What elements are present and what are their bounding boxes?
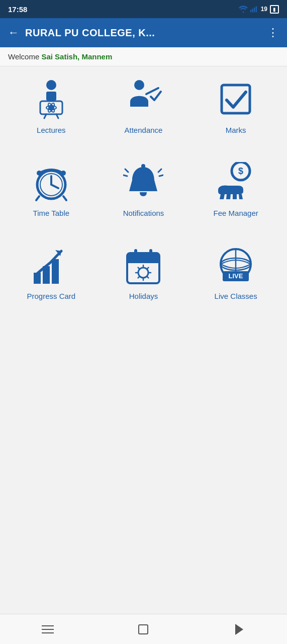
svg-text:$: $ [238, 166, 243, 176]
svg-point-0 [242, 12, 244, 13]
svg-point-14 [134, 80, 144, 90]
liveclasses-svg: LIVE [216, 245, 256, 285]
liveclasses-item[interactable]: LIVE Live Classes [196, 243, 276, 300]
attendance-icon [121, 76, 166, 122]
notifications-svg [123, 162, 163, 202]
svg-point-5 [46, 80, 56, 90]
timetable-item[interactable]: Time Table [11, 159, 91, 217]
notifications-label: Notifications [123, 209, 164, 217]
feemanager-label: Fee Manager [214, 209, 258, 217]
lectures-svg [31, 79, 71, 119]
svg-line-47 [147, 277, 149, 278]
holidays-icon [121, 243, 166, 288]
svg-rect-38 [127, 259, 159, 263]
nav-menu-button[interactable] [33, 619, 63, 639]
welcome-bar: Welcome Sai Satish, Mannem [0, 47, 287, 66]
battery-visual: ▮ [270, 5, 279, 14]
progresscard-svg [31, 245, 71, 285]
marks-icon [213, 76, 258, 122]
svg-rect-34 [52, 259, 59, 284]
back-icon [235, 624, 243, 635]
bottom-navigation [0, 614, 287, 644]
notifications-item[interactable]: Notifications [103, 159, 183, 217]
svg-line-48 [147, 268, 149, 269]
battery-icon: 19 [261, 6, 267, 13]
svg-rect-6 [46, 92, 56, 101]
signal-icon [250, 6, 258, 13]
svg-line-28 [159, 175, 163, 176]
welcome-name: Sai Satish, Mannem [41, 52, 112, 61]
svg-rect-39 [134, 249, 137, 258]
lectures-icon [29, 76, 74, 122]
svg-line-46 [138, 268, 140, 269]
lectures-label: Lectures [37, 126, 66, 134]
svg-line-21 [36, 196, 39, 200]
wifi-icon [239, 6, 248, 13]
timetable-svg [31, 162, 71, 202]
nav-home-button[interactable] [128, 619, 158, 639]
liveclasses-label: Live Classes [215, 292, 257, 300]
svg-rect-40 [149, 249, 152, 258]
svg-rect-3 [254, 8, 255, 13]
back-button[interactable]: ← [8, 26, 19, 39]
holidays-label: Holidays [129, 292, 158, 300]
svg-point-24 [61, 171, 66, 176]
feemanager-item[interactable]: $ Fee Manager [196, 159, 276, 217]
svg-rect-4 [255, 6, 256, 12]
status-time: 17:58 [8, 5, 27, 14]
attendance-label: Attendance [125, 126, 163, 134]
svg-rect-2 [252, 9, 253, 12]
svg-line-49 [138, 277, 140, 278]
svg-line-15 [146, 88, 158, 94]
svg-rect-1 [250, 10, 251, 13]
feemanager-svg: $ [216, 162, 256, 202]
svg-point-23 [37, 171, 42, 176]
menu-button[interactable]: ⋮ [267, 26, 279, 39]
notifications-icon [121, 159, 166, 205]
status-bar: 17:58 19 ▮ [0, 0, 287, 18]
svg-point-29 [141, 164, 145, 168]
svg-line-25 [125, 169, 128, 172]
marks-label: Marks [226, 126, 246, 134]
holidays-item[interactable]: Holidays [103, 243, 183, 300]
feemanager-icon: $ [213, 159, 258, 205]
status-icons: 19 ▮ [239, 5, 279, 14]
liveclasses-icon: LIVE [213, 243, 258, 288]
hamburger-icon [42, 625, 54, 633]
welcome-prefix: Welcome [8, 52, 41, 61]
app-header: ← RURAL PU COLLEGE, K... ⋮ [0, 18, 287, 47]
progresscard-label: Progress Card [27, 292, 75, 300]
progresscard-icon [29, 243, 74, 288]
svg-line-27 [158, 169, 161, 172]
lectures-item[interactable]: Lectures [11, 76, 91, 134]
timetable-label: Time Table [33, 209, 70, 217]
progresscard-item[interactable]: Progress Card [11, 243, 91, 300]
svg-line-22 [63, 196, 66, 200]
main-content: Lectures Attendance [0, 66, 287, 614]
grid-row-3: Progress Card [5, 243, 282, 300]
grid-row-1: Lectures Attendance [5, 76, 282, 134]
grid-row-2: Time Table Notifications [5, 159, 282, 217]
attendance-item[interactable]: Attendance [103, 76, 183, 134]
home-icon [138, 624, 148, 634]
svg-line-26 [123, 175, 127, 176]
svg-line-20 [51, 185, 58, 188]
holidays-svg [123, 245, 163, 285]
svg-text:LIVE: LIVE [229, 272, 243, 280]
marks-item[interactable]: Marks [196, 76, 276, 134]
attendance-svg [123, 79, 163, 119]
nav-back-button[interactable] [224, 619, 254, 639]
header-title: RURAL PU COLLEGE, K... [25, 27, 267, 39]
timetable-icon [29, 159, 74, 205]
marks-svg [216, 79, 256, 119]
